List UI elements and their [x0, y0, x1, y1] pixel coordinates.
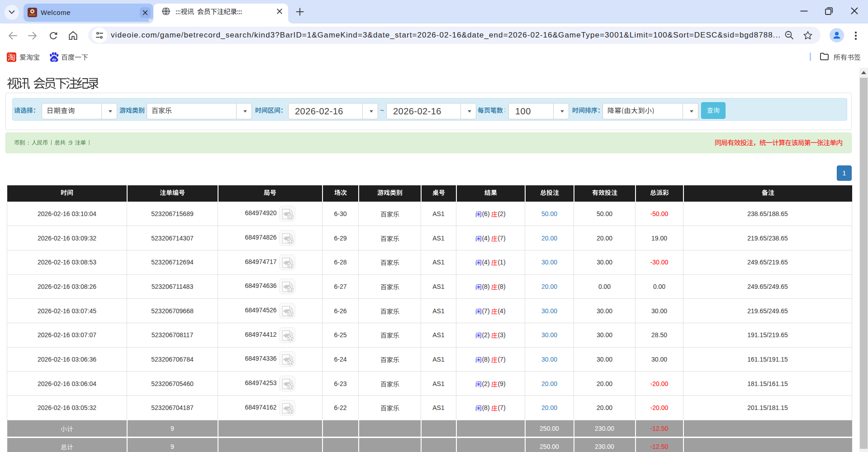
svg-text:du: du: [52, 57, 57, 61]
